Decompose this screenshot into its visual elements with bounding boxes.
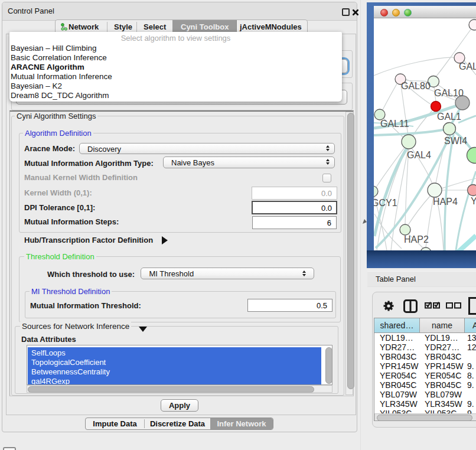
svg-text:SWI4: SWI4 <box>444 136 467 146</box>
svg-text:GAL1: GAL1 <box>437 112 461 122</box>
svg-text:GAL4: GAL4 <box>407 150 431 160</box>
svg-text:GAL11: GAL11 <box>380 119 409 129</box>
svg-text:GAL10: GAL10 <box>434 88 464 98</box>
svg-text:YM: YM <box>471 196 476 206</box>
svg-text:GAL80: GAL80 <box>401 81 431 91</box>
svg-text:HAP2: HAP2 <box>404 234 429 244</box>
svg-text:GAL7: GAL7 <box>459 61 476 71</box>
svg-text:GCY1: GCY1 <box>374 198 397 208</box>
svg-text:HAP4: HAP4 <box>433 197 458 207</box>
